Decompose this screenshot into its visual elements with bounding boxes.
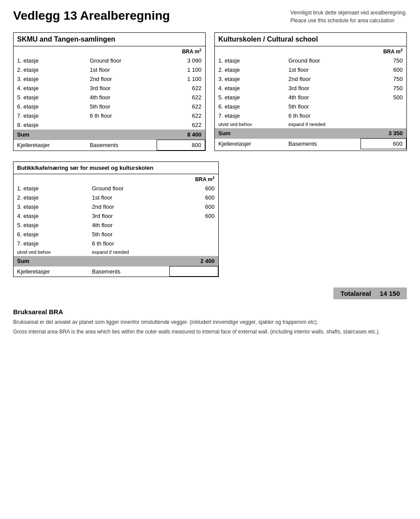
table-row: 7. etasje 6 th floor bbox=[215, 111, 406, 120]
row-label: 5. etasje bbox=[14, 93, 86, 102]
row-value: 600 bbox=[360, 65, 406, 74]
row-floor: 6 th floor bbox=[285, 111, 360, 120]
skmu-bra-label: BRA m2 bbox=[157, 46, 205, 56]
kulturskolen-bra-label: BRA m2 bbox=[360, 46, 406, 56]
row-value: 750 bbox=[360, 84, 406, 93]
row-value: 622 bbox=[157, 102, 205, 111]
header-subtitle: Vennligst bruk dette skjemaet ved arealb… bbox=[290, 9, 407, 25]
basements-floor: Basements bbox=[285, 139, 360, 149]
row-floor: expand if needed bbox=[88, 248, 169, 256]
row-label: 7. etasje bbox=[215, 111, 285, 120]
bruksareal-section: Bruksareal BRA Bruksareal er det arealet… bbox=[13, 308, 407, 336]
kulturskolen-table-section: Kulturskolen / Cultural school BRA m2 1.… bbox=[214, 32, 407, 151]
basements-label: Kjelleretasjer bbox=[14, 140, 86, 151]
row-value bbox=[169, 239, 218, 248]
table-row: 2. etasje 1st floor 600 bbox=[14, 193, 218, 202]
row-floor: 3rd floor bbox=[86, 84, 157, 93]
kulturskolen-table: BRA m2 1. etasje Ground floor 750 2. eta… bbox=[215, 46, 406, 149]
sum-empty bbox=[88, 256, 169, 267]
row-label: 3. etasje bbox=[215, 74, 285, 84]
row-floor: 2nd floor bbox=[88, 202, 169, 211]
page-title-section: Vedlegg 13 Arealberegning bbox=[13, 9, 170, 23]
row-value: 600 bbox=[169, 211, 218, 221]
kulturskolen-sum-row: Sum 3 350 bbox=[215, 128, 406, 139]
row-floor: Ground floor bbox=[285, 56, 360, 65]
basements-value: 800 bbox=[157, 140, 205, 151]
row-label: 7. etasje bbox=[14, 111, 86, 120]
totalareal-label: Totalareal bbox=[340, 290, 371, 297]
table-row: 1. etasje Ground floor 3 090 bbox=[14, 56, 205, 65]
table-row: utvid ved behov expand if needed bbox=[215, 120, 406, 128]
row-value bbox=[360, 102, 406, 111]
table-row: 4. etasje 3rd floor 622 bbox=[14, 84, 205, 93]
kulturskolen-basements-row: Kjelleretasjer Basements 600 bbox=[215, 139, 406, 149]
table-row: 5. etasje 4th floor 622 bbox=[14, 93, 205, 102]
row-label: 2. etasje bbox=[215, 65, 285, 74]
row-label: 3. etasje bbox=[14, 202, 88, 211]
butikk-table: BRA m2 1. etasje Ground floor 600 2. eta… bbox=[14, 174, 218, 277]
butikk-table-title: Butikk/kafe/næring sør for museet og kul… bbox=[14, 162, 218, 174]
row-label: 4. etasje bbox=[215, 84, 285, 93]
table-row: 3. etasje 2nd floor 1 100 bbox=[14, 74, 205, 84]
basements-label: Kjelleretasjer bbox=[14, 267, 88, 277]
row-value: 500 bbox=[360, 93, 406, 102]
sum-value: 3 350 bbox=[360, 128, 406, 139]
row-floor: Ground floor bbox=[86, 56, 157, 65]
basements-floor: Basements bbox=[86, 140, 157, 151]
table-row: 8. etasje 622 bbox=[14, 120, 205, 130]
row-floor: expand if needed bbox=[285, 120, 360, 128]
row-floor: 1st floor bbox=[88, 193, 169, 202]
table-row: 6. etasje 5th floor 622 bbox=[14, 102, 205, 111]
row-floor: 1st floor bbox=[86, 65, 157, 74]
row-label: 2. etasje bbox=[14, 65, 86, 74]
row-label: utvid ved behov bbox=[14, 248, 88, 256]
butikk-table-section: Butikk/kafe/næring sør for museet og kul… bbox=[13, 161, 219, 277]
row-floor: 2nd floor bbox=[285, 74, 360, 84]
kulturskolen-bra-header: BRA m2 bbox=[215, 46, 406, 56]
bruksareal-title: Bruksareal BRA bbox=[13, 308, 407, 316]
row-value: 622 bbox=[157, 120, 205, 130]
row-label: 4. etasje bbox=[14, 84, 86, 93]
row-floor: 2nd floor bbox=[86, 74, 157, 84]
butikk-sum-row: Sum 2 400 bbox=[14, 256, 218, 267]
totalareal-row: Totalareal 14 150 bbox=[13, 288, 407, 299]
table-row: 2. etasje 1st floor 600 bbox=[215, 65, 406, 74]
row-floor: 6 th floor bbox=[86, 111, 157, 120]
sum-empty bbox=[86, 130, 157, 140]
table-row: 3. etasje 2nd floor 750 bbox=[215, 74, 406, 84]
row-label: 1. etasje bbox=[215, 56, 285, 65]
sum-label: Sum bbox=[215, 128, 285, 139]
bruksareal-desc2: Gross internal area BRA is the area whic… bbox=[13, 328, 407, 336]
table-row: 4. etasje 3rd floor 600 bbox=[14, 211, 218, 221]
row-label: utvid ved behov bbox=[215, 120, 285, 128]
row-value: 3 090 bbox=[157, 56, 205, 65]
row-floor: 4th floor bbox=[285, 93, 360, 102]
skmu-sum-row: Sum 8 400 bbox=[14, 130, 205, 140]
sum-value: 8 400 bbox=[157, 130, 205, 140]
row-value: 600 bbox=[169, 193, 218, 202]
table-row: 7. etasje 6 th floor 622 bbox=[14, 111, 205, 120]
subtitle-line2: Pleace use this schedule for area calcul… bbox=[290, 17, 407, 25]
row-label: 5. etasje bbox=[215, 93, 285, 102]
row-value: 600 bbox=[169, 202, 218, 211]
sum-label: Sum bbox=[14, 256, 88, 267]
row-value: 600 bbox=[169, 184, 218, 193]
skmu-basements-row: Kjelleretasjer Basements 800 bbox=[14, 140, 205, 151]
subtitle-line1: Vennligst bruk dette skjemaet ved arealb… bbox=[290, 9, 407, 17]
row-label: 1. etasje bbox=[14, 56, 86, 65]
table-row: 7. etasje 6 th floor bbox=[14, 239, 218, 248]
row-value: 1 100 bbox=[157, 74, 205, 84]
butikk-basements-row: Kjelleretasjer Basements bbox=[14, 267, 218, 277]
basements-value: 600 bbox=[360, 139, 406, 149]
sum-label: Sum bbox=[14, 130, 86, 140]
skmu-table: BRA m2 1. etasje Ground floor 3 090 2. e… bbox=[14, 46, 205, 151]
row-floor: 3rd floor bbox=[88, 211, 169, 221]
totalareal-value: 14 150 bbox=[380, 290, 400, 297]
basements-floor: Basements bbox=[88, 267, 169, 277]
row-label: 6. etasje bbox=[215, 102, 285, 111]
row-label: 4. etasje bbox=[14, 211, 88, 221]
row-floor: 4th floor bbox=[86, 93, 157, 102]
row-floor: 1st floor bbox=[285, 65, 360, 74]
row-label: 8. etasje bbox=[14, 120, 86, 130]
row-floor: 5th floor bbox=[285, 102, 360, 111]
